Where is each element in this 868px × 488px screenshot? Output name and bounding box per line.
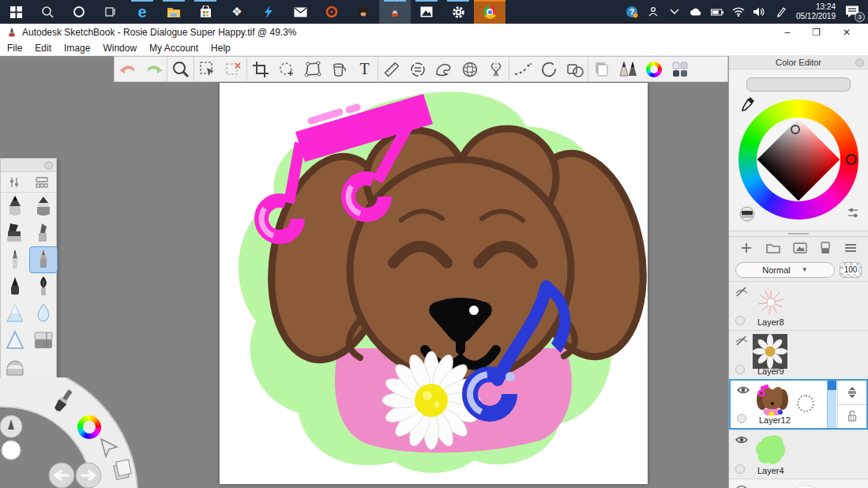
lagoon-brush-puck[interactable] [0, 415, 22, 437]
color-sliders-icon[interactable] [846, 206, 862, 222]
taskbar-store[interactable] [190, 0, 221, 24]
perspective-guide-button[interactable] [457, 57, 483, 81]
visibility-on-icon[interactable] [736, 385, 750, 395]
layer-row-background-partial[interactable] [729, 479, 868, 488]
current-color-swatch[interactable] [746, 77, 851, 92]
add-layer-button[interactable] [740, 242, 753, 254]
brush-nib-pen[interactable] [29, 273, 58, 300]
shapes-tool-button[interactable] [562, 57, 588, 81]
layer-opacity-field[interactable]: 100 [840, 262, 862, 278]
taskbar-origin[interactable] [316, 0, 348, 24]
layer-radio[interactable] [735, 316, 745, 325]
blend-mode-dropdown[interactable]: Normal ▼ [735, 262, 835, 278]
taskbar-edge[interactable]: e [126, 0, 158, 24]
taskbar-mail[interactable] [284, 0, 316, 24]
pen-tray-icon[interactable] [775, 6, 787, 18]
battery-icon[interactable] [711, 6, 723, 18]
deselect-tool-button[interactable] [220, 57, 246, 81]
import-image-button[interactable] [793, 242, 807, 253]
brush-hard-eraser[interactable] [29, 327, 58, 354]
layer-row-layer8[interactable]: Layer8 [729, 281, 868, 330]
taskbar-dropbox[interactable]: ❖ [221, 0, 253, 24]
task-view-button[interactable] [95, 0, 126, 24]
taskbar-photos[interactable] [411, 0, 442, 24]
redo-button[interactable] [141, 57, 167, 81]
layer-radio[interactable] [735, 365, 745, 374]
taskbar-file-explorer[interactable] [158, 0, 190, 24]
lagoon-layers-icon[interactable] [113, 460, 132, 480]
layer-row-layer9[interactable]: Layer9 [729, 330, 868, 379]
symmetry-button[interactable] [483, 57, 509, 81]
brush-flat[interactable] [29, 220, 58, 246]
lagoon-undo-button[interactable] [49, 463, 74, 488]
taskbar-settings[interactable] [442, 0, 474, 24]
volume-icon[interactable] [753, 6, 766, 18]
menu-my-account[interactable]: My Account [149, 43, 198, 54]
slider-thumb[interactable] [828, 381, 836, 390]
zoom-tool-button[interactable] [167, 57, 194, 81]
nudge-tool-button[interactable] [273, 57, 299, 81]
undo-button[interactable] [115, 57, 141, 81]
menu-edit[interactable]: Edit [35, 43, 51, 54]
color-compare-icon[interactable] [738, 206, 754, 222]
brush-library-button[interactable] [614, 57, 641, 81]
layer-menu-button[interactable] [844, 243, 857, 253]
action-center-button[interactable]: 3 [844, 5, 862, 19]
ruler-tool-button[interactable] [378, 57, 404, 81]
taskbar-sketchbook[interactable] [379, 0, 411, 24]
cortana-button[interactable] [63, 0, 95, 24]
brush-triangle[interactable] [1, 327, 29, 354]
help-tray-icon[interactable]: ? [626, 6, 638, 18]
close-button[interactable]: ✕ [843, 27, 851, 38]
predictive-stroke-button[interactable] [509, 57, 535, 81]
layer-eraser-button[interactable] [820, 242, 831, 254]
copy-paste-button[interactable] [588, 57, 614, 81]
brush-smudge[interactable] [29, 300, 58, 327]
taskbar-chrome[interactable] [474, 0, 505, 24]
brush-paintbrush[interactable] [29, 246, 58, 273]
visibility-off-icon[interactable] [735, 287, 749, 298]
select-tool-button[interactable] [194, 57, 220, 81]
taskbar-bendy-app[interactable] [348, 0, 379, 24]
brush-panel-header[interactable] [1, 159, 56, 172]
lagoon-color-puck[interactable] [2, 441, 21, 460]
brush-soft-eraser[interactable] [1, 354, 29, 381]
layer-lock-button[interactable] [838, 404, 866, 429]
lagoon-color-wheel-icon[interactable] [77, 415, 101, 439]
visibility-on-icon[interactable] [735, 435, 749, 445]
layer-radio[interactable] [737, 414, 746, 423]
lagoon-redo-button[interactable] [76, 463, 101, 488]
eyedropper-icon[interactable] [740, 96, 756, 111]
ellipse-guide-button[interactable] [404, 57, 430, 81]
crop-tool-button[interactable] [247, 57, 273, 81]
drawing-canvas[interactable] [220, 83, 648, 484]
brush-panel-menu-button[interactable] [44, 161, 53, 170]
layer-editor-button[interactable] [667, 57, 693, 81]
panel-divider-handle[interactable] [729, 231, 868, 237]
french-curve-button[interactable] [430, 57, 457, 81]
visibility-off-icon[interactable] [735, 336, 749, 347]
layer-row-layer4[interactable]: Layer4 [729, 430, 868, 479]
brush-airbrush[interactable] [1, 300, 29, 327]
layer-folder-button[interactable] [766, 242, 780, 253]
onedrive-cloud-icon[interactable] [690, 6, 702, 18]
tray-clock[interactable]: 13:24 05/12/2019 [796, 2, 836, 21]
brush-chisel-marker[interactable] [1, 220, 29, 246]
menu-image[interactable]: Image [64, 43, 90, 54]
saturation-selector[interactable] [791, 125, 800, 134]
start-button[interactable] [0, 0, 32, 24]
brush-marker[interactable] [29, 193, 58, 220]
brush-ballpoint[interactable] [1, 246, 29, 273]
people-tray-icon[interactable] [647, 6, 659, 18]
fill-tool-button[interactable] [325, 57, 351, 81]
ellipse-tool-button[interactable] [535, 57, 562, 81]
brush-pencil[interactable] [1, 193, 29, 220]
minimize-button[interactable]: – [784, 27, 790, 38]
brush-settings-icon[interactable] [8, 176, 21, 189]
taskbar-flash-app[interactable] [253, 0, 284, 24]
text-tool-button[interactable]: T [351, 57, 378, 81]
layer-row-layer12[interactable]: Layer12 [729, 379, 868, 430]
taskbar-search-button[interactable] [32, 0, 63, 24]
color-wheel-button[interactable] [641, 57, 667, 81]
brush-library-grid-icon[interactable] [35, 176, 49, 189]
